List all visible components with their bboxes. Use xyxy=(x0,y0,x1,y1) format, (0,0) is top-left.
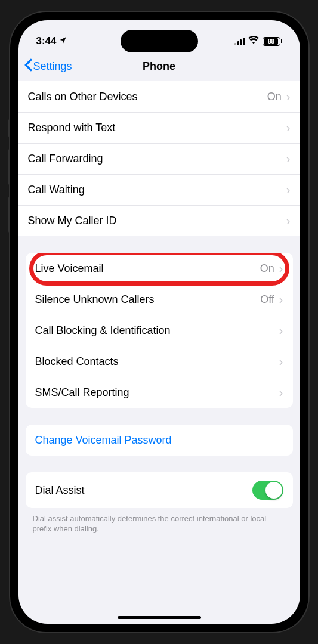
wifi-icon xyxy=(248,35,259,47)
row-label: Call Forwarding xyxy=(28,153,286,165)
row-label: Show My Caller ID xyxy=(28,215,286,227)
home-indicator[interactable] xyxy=(118,616,201,619)
row-value: On xyxy=(267,91,282,103)
chevron-left-icon xyxy=(24,58,32,75)
chevron-right-icon: › xyxy=(279,386,283,400)
row-respond-with-text[interactable]: Respond with Text › xyxy=(18,112,300,143)
section-dial-assist: Dial Assist xyxy=(26,472,293,508)
row-label: Dial Assist xyxy=(35,484,252,497)
row-blocked-contacts[interactable]: Blocked Contacts › xyxy=(26,346,293,377)
back-button[interactable]: Settings xyxy=(24,58,72,75)
row-call-forwarding[interactable]: Call Forwarding › xyxy=(18,143,300,174)
row-sms-call-reporting[interactable]: SMS/Call Reporting › xyxy=(26,377,293,408)
page-title: Phone xyxy=(143,60,175,73)
chevron-right-icon: › xyxy=(286,183,291,197)
back-label: Settings xyxy=(33,60,72,73)
row-silence-unknown[interactable]: Silence Unknown Callers Off › xyxy=(26,284,293,315)
location-icon xyxy=(59,35,67,47)
row-value: On xyxy=(260,262,274,275)
chevron-right-icon: › xyxy=(279,262,283,275)
nav-bar: Settings Phone xyxy=(18,51,300,81)
chevron-right-icon: › xyxy=(286,121,291,135)
chevron-right-icon: › xyxy=(279,293,283,306)
row-label: Respond with Text xyxy=(28,122,286,134)
section-password: Change Voicemail Password xyxy=(26,425,293,456)
row-dial-assist[interactable]: Dial Assist xyxy=(26,472,293,508)
row-label: Call Waiting xyxy=(28,184,286,196)
row-label: Live Voicemail xyxy=(35,262,260,275)
chevron-right-icon: › xyxy=(279,355,283,369)
section-calls: Calls on Other Devices On › Respond with… xyxy=(18,81,300,236)
content[interactable]: Calls on Other Devices On › Respond with… xyxy=(18,81,300,624)
row-call-waiting[interactable]: Call Waiting › xyxy=(18,174,300,205)
row-change-voicemail-password[interactable]: Change Voicemail Password xyxy=(26,425,293,456)
toggle-switch[interactable] xyxy=(252,481,283,500)
signal-icon xyxy=(234,38,245,45)
row-label: SMS/Call Reporting xyxy=(35,386,279,399)
row-label: Call Blocking & Identification xyxy=(35,324,279,337)
section-voicemail: Live Voicemail On › Silence Unknown Call… xyxy=(26,253,293,408)
chevron-right-icon: › xyxy=(286,152,291,166)
battery-icon: 88 xyxy=(263,37,282,46)
chevron-right-icon: › xyxy=(286,90,291,104)
row-show-caller-id[interactable]: Show My Caller ID › xyxy=(18,205,300,236)
row-label: Silence Unknown Callers xyxy=(35,293,261,306)
status-time: 3:44 xyxy=(36,35,57,47)
chevron-right-icon: › xyxy=(279,324,283,338)
phone-frame: 3:44 88 xyxy=(10,12,308,632)
row-call-blocking[interactable]: Call Blocking & Identification › xyxy=(26,315,293,346)
row-value: Off xyxy=(260,293,274,306)
row-calls-other-devices[interactable]: Calls on Other Devices On › xyxy=(18,81,300,112)
chevron-right-icon: › xyxy=(286,214,291,228)
dynamic-island xyxy=(121,30,198,52)
link-label: Change Voicemail Password xyxy=(35,434,283,447)
row-live-voicemail[interactable]: Live Voicemail On › xyxy=(26,253,293,284)
row-label: Calls on Other Devices xyxy=(28,91,267,103)
screen: 3:44 88 xyxy=(18,20,300,624)
row-label: Blocked Contacts xyxy=(35,355,279,368)
footer-text: Dial assist automatically determines the… xyxy=(18,510,300,538)
